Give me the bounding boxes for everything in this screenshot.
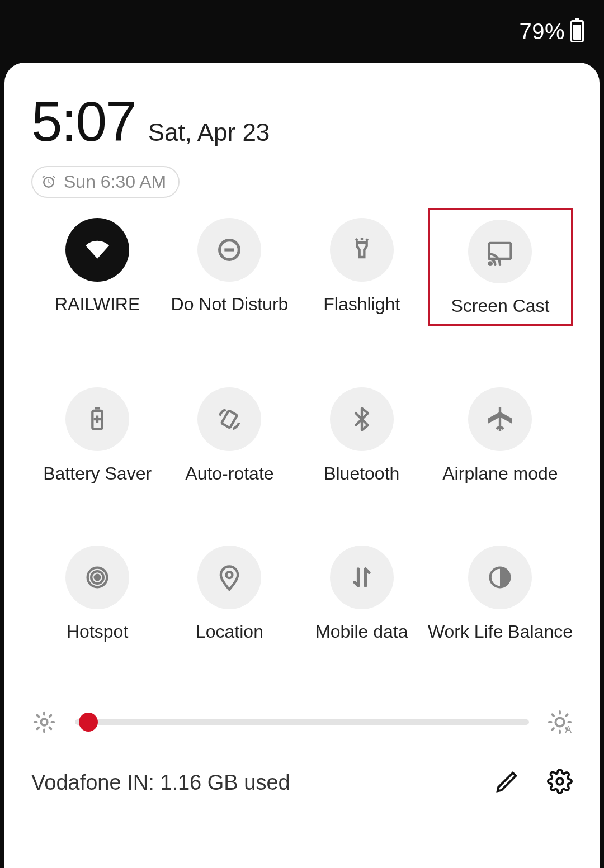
battery-percent: 79% <box>519 19 565 44</box>
alarm-clock-icon <box>40 174 57 191</box>
tile-location[interactable]: Location <box>163 546 295 642</box>
tile-screen-cast[interactable]: Screen Cast <box>428 208 573 326</box>
tile-label: Auto-rotate <box>185 463 273 484</box>
wifi-icon <box>65 218 129 282</box>
tile-label: Location <box>196 622 263 642</box>
slider-track <box>75 719 529 725</box>
location-icon <box>197 546 261 609</box>
tile-label: Hotspot <box>67 622 128 642</box>
tile-label: Airplane mode <box>442 463 558 484</box>
settings-button[interactable] <box>547 769 573 796</box>
quick-tiles-grid: RAILWIRE Do Not Disturb Flashlight Scree… <box>31 218 573 642</box>
brightness-row: A <box>31 709 573 735</box>
flashlight-icon <box>330 218 394 282</box>
tile-label: Do Not Disturb <box>171 294 289 315</box>
tile-wifi[interactable]: RAILWIRE <box>31 218 163 326</box>
tile-bluetooth[interactable]: Bluetooth <box>296 387 428 484</box>
svg-line-25 <box>50 715 51 717</box>
airplane-icon <box>468 387 532 451</box>
svg-line-4 <box>366 239 367 241</box>
tile-label: Mobile data <box>315 622 408 642</box>
tile-label: RAILWIRE <box>55 294 140 315</box>
svg-line-3 <box>356 239 357 241</box>
tile-label: Bluetooth <box>324 463 399 484</box>
svg-point-6 <box>489 263 492 265</box>
date[interactable]: Sat, Apr 23 <box>148 118 270 146</box>
work-life-icon <box>468 546 532 609</box>
hotspot-icon <box>65 546 129 609</box>
svg-point-15 <box>226 572 233 578</box>
clock[interactable]: 5:07 <box>31 89 136 154</box>
svg-line-24 <box>37 728 39 729</box>
tile-hotspot[interactable]: Hotspot <box>31 546 163 642</box>
svg-line-23 <box>50 728 51 729</box>
auto-brightness-icon[interactable]: A <box>547 709 573 735</box>
tile-battery-saver[interactable]: Battery Saver <box>31 387 163 484</box>
brightness-slider[interactable] <box>75 712 529 732</box>
mobile-data-icon <box>330 546 394 609</box>
tile-label: Battery Saver <box>43 463 152 484</box>
svg-point-36 <box>556 778 563 785</box>
dnd-icon <box>197 218 261 282</box>
svg-point-12 <box>95 575 100 580</box>
svg-point-17 <box>41 719 48 725</box>
tile-airplane-mode[interactable]: Airplane mode <box>428 387 573 484</box>
battery-saver-icon <box>65 387 129 451</box>
quick-settings-panel: 5:07 Sat, Apr 23 Sun 6:30 AM RAILWIRE Do… <box>4 63 600 868</box>
slider-thumb[interactable] <box>79 713 98 732</box>
status-bar: 79% <box>0 0 604 63</box>
footer-row: Vodafone IN: 1.16 GB used <box>31 769 573 796</box>
auto-rotate-icon <box>197 387 261 451</box>
tile-auto-rotate[interactable]: Auto-rotate <box>163 387 295 484</box>
alarm-chip[interactable]: Sun 6:30 AM <box>31 166 180 198</box>
brightness-low-icon <box>31 709 57 735</box>
svg-rect-11 <box>221 410 237 428</box>
tile-work-life-balance[interactable]: Work Life Balance <box>428 546 573 642</box>
svg-rect-5 <box>489 243 511 259</box>
edit-button[interactable] <box>494 769 520 796</box>
tile-label: Work Life Balance <box>428 622 573 642</box>
tile-label: Screen Cast <box>451 296 549 316</box>
battery-icon <box>570 20 584 42</box>
svg-line-33 <box>552 728 554 730</box>
tile-label: Flashlight <box>323 294 400 315</box>
tile-dnd[interactable]: Do Not Disturb <box>163 218 295 326</box>
tile-flashlight[interactable]: Flashlight <box>296 218 428 326</box>
svg-line-31 <box>552 714 554 716</box>
header: 5:07 Sat, Apr 23 <box>31 89 573 154</box>
data-usage-text[interactable]: Vodafone IN: 1.16 GB used <box>31 771 290 795</box>
cast-icon <box>468 220 532 283</box>
svg-line-22 <box>37 715 39 717</box>
svg-line-34 <box>566 714 568 716</box>
bluetooth-icon <box>330 387 394 451</box>
tile-mobile-data[interactable]: Mobile data <box>296 546 428 642</box>
svg-text:A: A <box>565 724 572 735</box>
alarm-time: Sun 6:30 AM <box>64 172 166 192</box>
svg-point-26 <box>555 718 564 726</box>
